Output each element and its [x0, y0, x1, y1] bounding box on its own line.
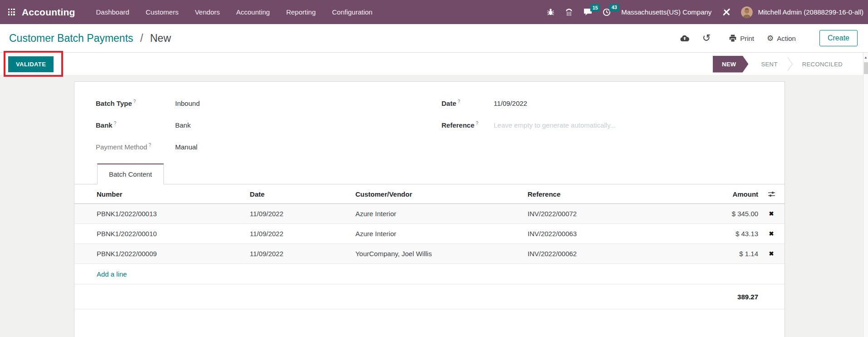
cell-number: PBNK1/2022/00009	[97, 250, 250, 258]
reference-input[interactable]	[494, 121, 689, 129]
help-icon: ?	[476, 121, 479, 126]
scrollbar-thumb[interactable]	[864, 62, 868, 74]
breadcrumb-parent[interactable]: Customer Batch Payments	[9, 32, 133, 44]
help-icon: ?	[458, 99, 461, 104]
cell-customer-vendor: Azure Interior	[355, 230, 528, 238]
printer-icon	[729, 35, 737, 42]
breadcrumb-current: New	[150, 32, 171, 44]
cell-reference: INV/2022/00072	[528, 210, 677, 218]
payment-method-value[interactable]: Manual	[175, 143, 197, 151]
cell-customer-vendor: YourCompany, Joel Willis	[355, 250, 528, 258]
chevron-right-icon	[787, 56, 793, 72]
stage-sent[interactable]: SENT	[752, 61, 786, 68]
col-reference[interactable]: Reference	[528, 190, 677, 198]
help-icon: ?	[114, 121, 117, 126]
menu-reporting[interactable]: Reporting	[286, 8, 316, 16]
status-bar: VALIDATE NEW SENT RECONCILED	[0, 53, 868, 75]
field-batch-type: Batch Type? Inbound	[96, 92, 441, 114]
delete-row-icon[interactable]: ✖	[769, 210, 774, 217]
col-customer-vendor[interactable]: Customer/Vendor	[355, 190, 528, 198]
top-nav: Accounting Dashboard Customers Vendors A…	[0, 0, 868, 24]
cell-amount: $ 1.14	[677, 250, 758, 258]
user-menu[interactable]: Mitchell Admin (20888299-16-0-all)	[758, 8, 863, 16]
print-button[interactable]: Print	[729, 35, 754, 42]
field-date: Date? 11/09/2022	[441, 92, 785, 114]
cell-date: 11/09/2022	[250, 250, 356, 258]
cell-reference: INV/2022/00062	[528, 250, 677, 258]
cell-amount: $ 43.13	[677, 230, 758, 238]
menu-dashboard[interactable]: Dashboard	[96, 8, 129, 16]
col-amount[interactable]: Amount	[677, 190, 758, 198]
messages-icon[interactable]: 15	[584, 8, 592, 16]
col-date[interactable]: Date	[250, 190, 356, 198]
tools-icon[interactable]	[722, 8, 731, 16]
print-label: Print	[740, 35, 754, 42]
bank-value[interactable]: Bank	[175, 121, 191, 129]
menu-configuration[interactable]: Configuration	[332, 8, 373, 16]
total-row: 389.27	[74, 284, 785, 309]
cell-reference: INV/2022/00063	[528, 230, 677, 238]
help-icon: ?	[133, 99, 136, 104]
menu-vendors[interactable]: Vendors	[195, 8, 220, 16]
optional-columns-icon[interactable]	[758, 191, 785, 197]
amount-total: 389.27	[737, 293, 758, 301]
validate-button[interactable]: VALIDATE	[8, 56, 54, 72]
cell-amount: $ 345.00	[677, 210, 758, 218]
cell-date: 11/09/2022	[250, 210, 356, 218]
user-avatar[interactable]	[741, 6, 753, 18]
activities-clock-icon[interactable]: 43	[603, 8, 611, 16]
delete-row-icon[interactable]: ✖	[769, 230, 774, 237]
table-row[interactable]: PBNK1/2022/00010 11/09/2022 Azure Interi…	[74, 224, 785, 244]
action-button[interactable]: ⚙ Action	[767, 34, 796, 43]
reference-label: Reference?	[441, 121, 494, 129]
stage-pipeline: NEW SENT RECONCILED	[713, 56, 852, 73]
breadcrumb-separator: /	[140, 32, 143, 44]
app-title[interactable]: Accounting	[22, 7, 75, 18]
activities-count-badge: 43	[609, 4, 619, 11]
main-content: Batch Type? Inbound Bank? Bank Payment M…	[0, 75, 863, 337]
field-payment-method: Payment Method? Manual	[96, 136, 441, 158]
menu-customers[interactable]: Customers	[146, 8, 179, 16]
form-fields: Batch Type? Inbound Bank? Bank Payment M…	[74, 82, 785, 158]
notebook-tabs: Batch Content	[74, 164, 785, 184]
cell-number: PBNK1/2022/00013	[97, 210, 250, 218]
scroll-up-icon[interactable]: ▲	[863, 53, 868, 59]
menu-accounting[interactable]: Accounting	[236, 8, 270, 16]
main-menu: Dashboard Customers Vendors Accounting R…	[96, 8, 373, 16]
add-a-line-link[interactable]: Add a line	[74, 264, 785, 284]
table-row[interactable]: PBNK1/2022/00009 11/09/2022 YourCompany,…	[74, 244, 785, 264]
create-button[interactable]: Create	[819, 30, 858, 46]
batch-type-label: Batch Type?	[96, 99, 175, 107]
vertical-scrollbar[interactable]: ▲	[863, 53, 868, 337]
voip-phone-icon[interactable]	[565, 8, 573, 16]
table-header: Number Date Customer/Vendor Reference Am…	[74, 184, 785, 204]
cell-date: 11/09/2022	[250, 230, 356, 238]
date-value[interactable]: 11/09/2022	[494, 99, 527, 107]
delete-row-icon[interactable]: ✖	[769, 250, 774, 257]
table-row[interactable]: PBNK1/2022/00013 11/09/2022 Azure Interi…	[74, 204, 785, 224]
stage-new[interactable]: NEW	[713, 56, 749, 73]
batch-type-value[interactable]: Inbound	[175, 99, 200, 107]
action-label: Action	[777, 35, 796, 42]
cell-number: PBNK1/2022/00010	[97, 230, 250, 238]
bank-label: Bank?	[96, 121, 175, 129]
company-switcher[interactable]: Massachusetts(US) Company	[621, 8, 711, 16]
payment-method-label: Payment Method?	[96, 143, 175, 151]
date-label: Date?	[441, 99, 494, 107]
debug-bug-icon[interactable]	[547, 8, 554, 16]
col-number[interactable]: Number	[97, 190, 250, 198]
field-bank: Bank? Bank	[96, 114, 441, 136]
breadcrumb: Customer Batch Payments / New	[9, 32, 171, 45]
cell-customer-vendor: Azure Interior	[355, 210, 528, 218]
apps-grid-icon[interactable]	[8, 9, 15, 15]
discard-undo-icon[interactable]: ↺	[702, 34, 711, 42]
field-reference: Reference?	[441, 114, 785, 136]
nav-systray: 15 43 Massachusetts(US) Company	[547, 6, 863, 18]
save-cloud-icon[interactable]	[680, 35, 690, 42]
stage-reconciled[interactable]: RECONCILED	[793, 61, 852, 68]
tab-batch-content[interactable]: Batch Content	[97, 164, 164, 184]
batch-content-table: Number Date Customer/Vendor Reference Am…	[74, 184, 785, 309]
messages-count-badge: 15	[590, 4, 600, 11]
gear-icon: ⚙	[767, 34, 774, 43]
form-sheet: Batch Type? Inbound Bank? Bank Payment M…	[74, 81, 785, 337]
